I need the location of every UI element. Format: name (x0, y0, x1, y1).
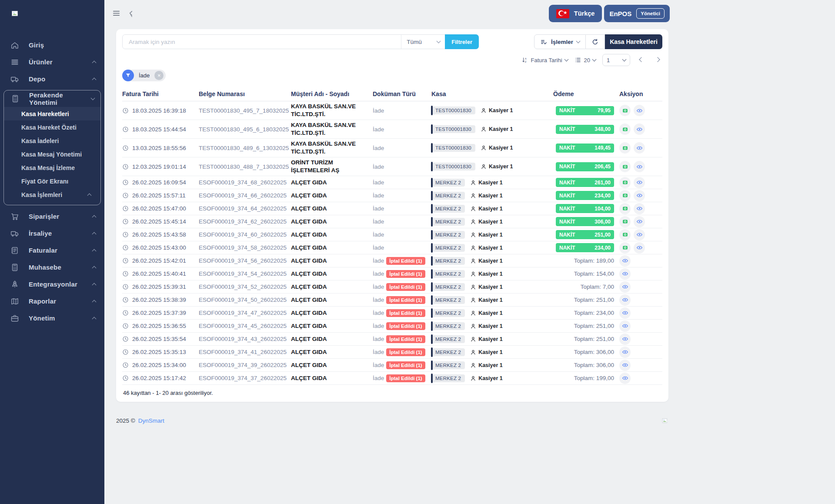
view-details-button[interactable] (619, 255, 631, 267)
page-size-control[interactable]: 20 (574, 57, 596, 63)
row-image-button[interactable] (619, 105, 631, 116)
hamburger-icon[interactable] (112, 9, 120, 17)
document-type: İade (373, 310, 384, 316)
sidebar-item-giri[interactable]: Giriş (0, 37, 104, 53)
chevron-left-icon[interactable] (127, 10, 135, 17)
view-details-button[interactable] (634, 242, 645, 254)
search-input[interactable] (123, 35, 401, 49)
eye-icon (622, 349, 628, 355)
refresh-button[interactable] (586, 34, 605, 49)
row-image-button[interactable] (619, 142, 631, 154)
person-icon (470, 362, 476, 368)
view-details-button[interactable] (634, 105, 645, 116)
view-details-button[interactable] (619, 360, 631, 371)
sidebar-item-kasa-hareketleri[interactable]: Kasa Hareketleri (4, 107, 100, 120)
sidebar-item-fiyat-g-r-ekran[interactable]: Fiyat Gör Ekranı (4, 174, 100, 188)
sidebar-item-kasa-i-lemleri[interactable]: Kasa İşlemleri (4, 188, 100, 201)
payment-type: NAKİT (559, 107, 575, 113)
copyright: 2025 © DynSmart (116, 417, 164, 424)
payment-total: Toplam: 306,00 (574, 362, 614, 368)
eye-icon (636, 145, 643, 151)
payment-badge: NAKİT261,00 (556, 178, 614, 187)
sidebar-item-kasa-i-adeleri[interactable]: Kasa İadeleri (4, 134, 100, 147)
sidebar-subitem-label: Fiyat Gör Ekranı (21, 178, 91, 185)
sidebar-item-entegrasyonlar[interactable]: Entegrasyonlar (0, 276, 104, 293)
brand-user-button[interactable]: EnPOS Yönetici (604, 5, 670, 22)
eye-icon (636, 192, 643, 199)
view-details-button[interactable] (619, 268, 631, 280)
sidebar-item-i-rsaliye[interactable]: İrsaliye (0, 225, 104, 242)
register-badge: MERKEZ 2 (431, 192, 465, 200)
invoice-datetime: 26.02.2025 16:09:54 (132, 179, 186, 186)
sidebar-item-raporlar[interactable]: Raporlar (0, 293, 104, 310)
view-details-button[interactable] (619, 307, 631, 319)
sidebar-item-depo[interactable]: Depo (0, 70, 104, 87)
view-details-button[interactable] (619, 320, 631, 332)
document-type: İade (373, 164, 384, 170)
invoice-datetime: 13.03.2025 18:55:56 (132, 145, 186, 151)
sidebar-item-kasa-mesaj-i-zleme[interactable]: Kasa Mesaj İzleme (4, 161, 100, 174)
eye-icon (622, 310, 628, 316)
sidebar-subitem-label: Kasa Hareketleri (21, 110, 91, 117)
view-details-button[interactable] (634, 123, 645, 135)
row-image-button[interactable] (619, 242, 631, 254)
sidebar-item-kasa-mesaj-y-netimi[interactable]: Kasa Mesaj Yönetimi (4, 147, 100, 161)
search-scope-select[interactable]: Tümü (401, 35, 445, 49)
row-image-button[interactable] (619, 161, 631, 172)
sidebar-subitem-label: Kasa İşlemleri (21, 191, 88, 198)
register-badge: MERKEZ 2 (431, 231, 465, 239)
view-details-button[interactable] (634, 229, 645, 240)
eye-icon (622, 270, 628, 277)
view-details-button[interactable] (619, 347, 631, 358)
row-image-button[interactable] (619, 190, 631, 201)
row-image-button[interactable] (619, 229, 631, 240)
cashier-name: Kasiyer 1 (478, 375, 503, 381)
sort-control[interactable]: AZ Fatura Tarihi (521, 57, 568, 63)
payment-amount: 251,00 (595, 232, 611, 238)
view-details-button[interactable] (634, 190, 645, 201)
view-details-button[interactable] (634, 203, 645, 214)
sidebar-item-r-nler[interactable]: Ürünler (0, 53, 104, 70)
filters-button[interactable]: Filtreler (445, 34, 479, 49)
cancelled-badge: İptal Edildi (1) (386, 335, 425, 343)
customer-name: ALÇET GIDA (291, 231, 373, 239)
clock-icon (122, 310, 129, 316)
col-header: Fatura Tarihi (122, 90, 199, 97)
row-image-button[interactable] (619, 177, 631, 188)
previous-page-button[interactable] (637, 55, 646, 65)
view-details-button[interactable] (619, 334, 631, 345)
view-details-button[interactable] (619, 373, 631, 384)
view-details-button[interactable] (619, 294, 631, 306)
page-size-value: 20 (584, 57, 590, 63)
invoice-datetime: 26.02.2025 15:43:58 (132, 231, 186, 238)
sidebar-item-kasa-hareket-zeti[interactable]: Kasa Hareket Özeti (4, 120, 100, 134)
sidebar-item-y-netim[interactable]: Yönetim (0, 310, 104, 327)
invoice-datetime: 12.03.2025 19:01:14 (132, 164, 186, 170)
page-number-select[interactable]: 1 (602, 54, 630, 66)
next-page-button[interactable] (653, 55, 662, 65)
view-details-button[interactable] (634, 161, 645, 172)
row-image-button[interactable] (619, 123, 631, 135)
sidebar-item-sipari-ler[interactable]: Siparişler (0, 208, 104, 225)
sidebar-item-faturalar[interactable]: Faturalar (0, 242, 104, 259)
remove-filter-button[interactable]: × (154, 71, 164, 80)
view-details-button[interactable] (634, 177, 645, 188)
clock-icon (122, 145, 129, 151)
payment-total: Toplam: 251,00 (574, 323, 614, 329)
view-details-button[interactable] (634, 142, 645, 154)
actions-button[interactable]: İşlemler (534, 34, 586, 49)
row-image-button[interactable] (619, 216, 631, 227)
sidebar-item-muhasebe[interactable]: Muhasebe (0, 259, 104, 276)
document-number: ESOF000019_374_62_26022025 (199, 218, 291, 225)
view-details-button[interactable] (634, 216, 645, 227)
language-button[interactable]: ★ Türkçe (549, 5, 602, 22)
table-row: 18.03.2025 16:39:18TEST00001830_495_7_18… (122, 101, 662, 120)
brand-link[interactable]: DynSmart (138, 417, 164, 424)
brand-label: EnPOS (609, 10, 631, 17)
payment-badge: NAKİT79,95 (556, 106, 614, 115)
table-row: 12.03.2025 19:01:14TEST00001830_488_7_13… (122, 157, 662, 176)
payment-amount: 104,00 (595, 206, 611, 212)
row-image-button[interactable] (619, 203, 631, 214)
sidebar-item-perakende-y-netimi[interactable]: Perakende Yönetimi (4, 90, 100, 107)
view-details-button[interactable] (619, 281, 631, 293)
